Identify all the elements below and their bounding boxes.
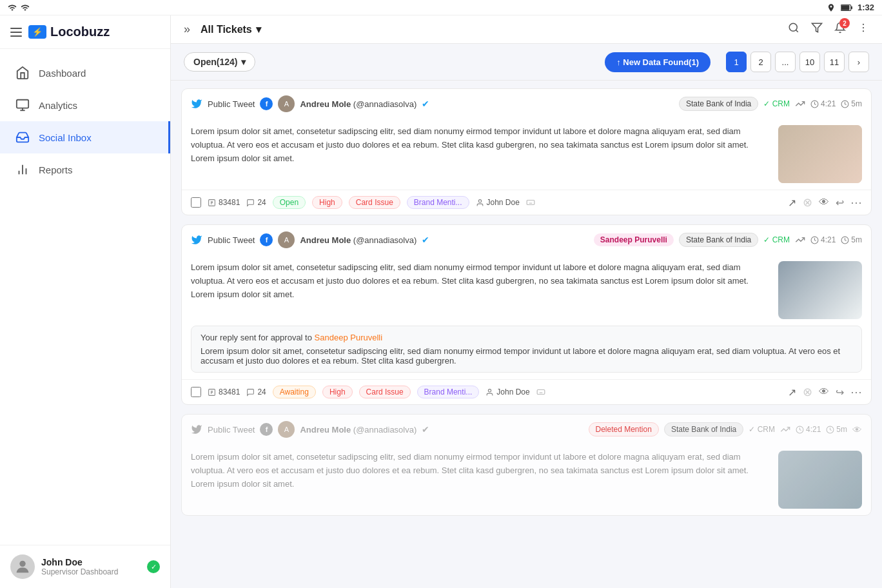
- timer-icon-2: [841, 236, 849, 244]
- ticket-1-keyboard: [526, 198, 535, 207]
- ticket-2-comments: 24: [246, 387, 266, 397]
- open-filter-btn[interactable]: Open(124) ▾: [184, 52, 255, 72]
- sidebar-item-dashboard[interactable]: Dashboard: [0, 57, 170, 89]
- more-menu-btn[interactable]: [858, 22, 869, 37]
- sidebar-footer: John Doe Supervisor Dashboard ✓: [0, 545, 170, 588]
- hamburger-menu[interactable]: [10, 28, 22, 37]
- ticket-2-age: 5m: [841, 235, 862, 244]
- page-2-btn[interactable]: 2: [750, 52, 771, 72]
- user-info: John Doe Supervisor Dashboard: [41, 557, 141, 576]
- ticket-1-view-btn[interactable]: 👁: [819, 197, 829, 208]
- ticket-2-view-btn[interactable]: 👁: [819, 386, 829, 398]
- ticket-2-assignee: John Doe: [485, 387, 529, 397]
- logo-icon: ⚡: [32, 27, 43, 37]
- ticket-num-icon-1: [208, 199, 216, 207]
- ticket-2-avatar: A: [278, 231, 295, 248]
- ticket-1-age: 5m: [841, 99, 862, 108]
- ticket-3-body: Lorem ipsum dolor sit amet, consetetur s…: [182, 444, 871, 515]
- reply-to-link[interactable]: Sandeep Puruvelli: [315, 333, 383, 342]
- ticket-1-body: Lorem ipsum dolor sit amet, consetetur s…: [182, 119, 871, 190]
- svg-point-13: [863, 24, 864, 25]
- ticket-2-more-btn[interactable]: ⋯: [850, 385, 862, 399]
- user-role: Supervisor Dashboard: [41, 567, 141, 576]
- ticket-1-mention: Brand Menti...: [407, 196, 469, 209]
- ticket-3-user: Andreu Mole (@annadiasolva): [300, 425, 416, 435]
- ticket-1-checkbox[interactable]: [191, 197, 201, 208]
- ticket-2-header: Public Tweet f A Andreu Mole (@annadiaso…: [182, 225, 871, 255]
- ticket-1-comments: 24: [246, 198, 266, 207]
- ticket-2-keyboard: [536, 387, 545, 397]
- ticket-2-text: Lorem ipsum dolor sit amet, consetetur s…: [191, 261, 770, 319]
- ticket-2-assigned[interactable]: Sandeep Puruvelli: [594, 233, 674, 246]
- search-btn[interactable]: [788, 22, 799, 37]
- ticket-2-num: 83481: [208, 387, 240, 397]
- clock-icon-1: [810, 100, 819, 108]
- keyboard-icon-1: [526, 198, 535, 207]
- ticket-2-brand[interactable]: State Bank of India: [679, 233, 758, 247]
- ticket-1-image: [778, 125, 862, 183]
- ticket-3-avatar: A: [278, 421, 295, 438]
- ticket-1-user: Andreu Mole (@annadiasolva): [300, 99, 416, 109]
- ticket-1-brand[interactable]: State Bank of India: [679, 97, 758, 111]
- home-icon: [15, 66, 30, 80]
- ticket-3-brand[interactable]: State Bank of India: [664, 422, 743, 436]
- svg-point-22: [478, 199, 481, 202]
- fb-icon-2: f: [260, 233, 273, 246]
- ticket-2-checkbox[interactable]: [191, 387, 201, 397]
- fb-icon-3: f: [260, 423, 273, 436]
- page-10-btn[interactable]: 10: [799, 52, 820, 72]
- subheader: Open(124) ▾ ↑ New Data Found(1) 1 2 ... …: [171, 44, 882, 81]
- ticket-3-eye-btn[interactable]: 👁: [852, 424, 862, 435]
- ticket-3-image: [778, 451, 862, 509]
- svg-rect-3: [17, 100, 28, 108]
- ticket-1-footer: 83481 24 Open High Card Issue Brand Ment…: [182, 190, 871, 215]
- more-vertical-icon: [858, 22, 869, 34]
- topbar: » All Tickets ▾ 2: [171, 15, 882, 44]
- collapse-sidebar-btn[interactable]: »: [184, 23, 190, 36]
- sidebar-item-analytics[interactable]: Analytics: [0, 89, 170, 121]
- svg-rect-23: [527, 201, 534, 205]
- new-data-btn[interactable]: ↑ New Data Found(1): [605, 52, 710, 72]
- ticket-3-deleted: Deleted Mention: [589, 422, 659, 436]
- verified-icon-3: ✔: [422, 424, 429, 435]
- notifications-btn[interactable]: 2: [834, 22, 846, 37]
- ticket-1-text: Lorem ipsum dolor sit amet, consetetur s…: [191, 125, 770, 183]
- ticket-card-2: Public Tweet f A Andreu Mole (@annadiaso…: [181, 224, 872, 405]
- filter-btn[interactable]: [811, 22, 823, 37]
- ticket-2-image: [778, 261, 862, 319]
- sidebar-item-analytics-label: Analytics: [39, 100, 77, 111]
- ticket-2-reply-btn[interactable]: ↪: [836, 386, 844, 398]
- sidebar-item-dashboard-label: Dashboard: [39, 68, 86, 79]
- clock-icon-2: [810, 236, 819, 244]
- assignee-icon-2: [485, 388, 494, 397]
- ticket-1-more-btn[interactable]: ⋯: [850, 195, 862, 210]
- pagination: 1 2 ... 10 11 ›: [726, 52, 869, 72]
- keyboard-icon-2: [536, 387, 545, 397]
- ticket-2-external-btn[interactable]: ↗: [788, 386, 796, 398]
- page-1-btn[interactable]: 1: [726, 52, 747, 72]
- svg-line-11: [796, 30, 798, 32]
- ticket-1-status: Open: [273, 196, 306, 209]
- page-11-btn[interactable]: 11: [824, 52, 845, 72]
- ticket-2-user: Andreu Mole (@annadiasolva): [300, 235, 416, 245]
- ticket-3-time: 4:21: [796, 425, 821, 434]
- ticket-2-mention: Brand Menti...: [417, 386, 480, 398]
- sidebar-item-reports[interactable]: Reports: [0, 153, 170, 186]
- tickets-dropdown-btn[interactable]: ▾: [256, 23, 261, 35]
- analytics-icon: [15, 98, 30, 112]
- ticket-1-external-btn[interactable]: ↗: [788, 197, 796, 209]
- ticket-1-close-btn[interactable]: ⊗: [803, 195, 812, 210]
- topbar-actions: 2: [788, 22, 869, 37]
- ticket-2-actions: ↗ ⊗ 👁 ↪ ⋯: [788, 385, 862, 399]
- svg-point-14: [863, 27, 864, 28]
- logo-box: ⚡: [28, 25, 46, 39]
- sidebar-item-social-inbox[interactable]: Social Inbox: [0, 121, 170, 153]
- page-next-btn[interactable]: ›: [848, 52, 869, 72]
- timer-icon-3: [826, 426, 834, 434]
- svg-point-10: [789, 23, 797, 31]
- ticket-2-close-btn[interactable]: ⊗: [803, 385, 812, 399]
- twitter-icon-3: [191, 424, 202, 435]
- ticket-1-reply-btn[interactable]: ↩: [836, 197, 844, 209]
- page-ellipsis: ...: [775, 52, 796, 72]
- svg-rect-2: [841, 5, 850, 10]
